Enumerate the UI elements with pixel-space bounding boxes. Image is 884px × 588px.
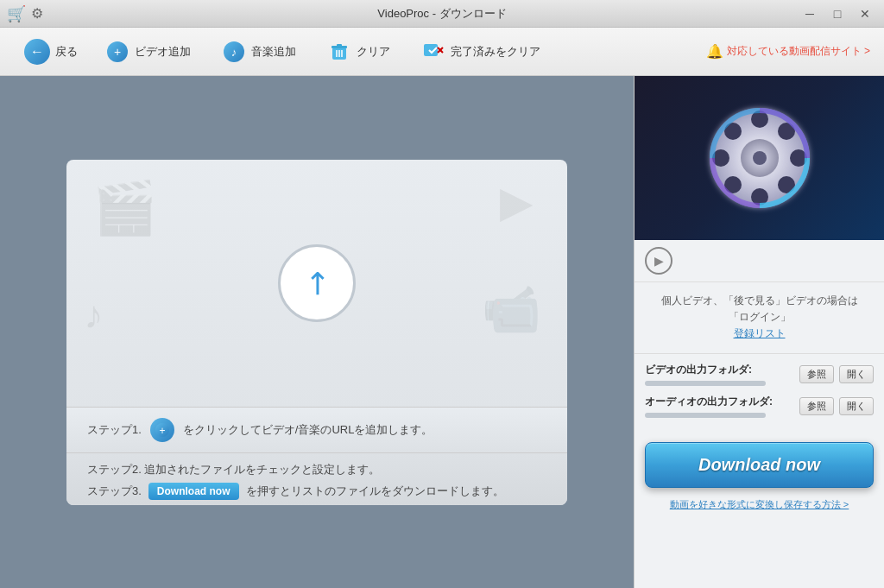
title-bar: 🛒 ⚙ VideoProc - ダウンロード ─ □ ✕ (0, 0, 884, 28)
step1-label: ステップ1. (87, 422, 142, 438)
settings-icon[interactable]: ⚙ (31, 5, 43, 22)
bell-icon: 🔔 (706, 43, 723, 60)
svg-point-25 (753, 151, 767, 165)
register-link[interactable]: 登録リスト (734, 327, 786, 339)
convert-link[interactable]: 動画を好きな形式に変換し保存する方法 > (635, 495, 884, 515)
right-panel: ▶ 個人ビデオ、「後で見る」ビデオの場合は 「ログイン」 登録リスト ビデオの出… (634, 76, 884, 588)
left-panel: 🎬 ▶ ♪ 📹 ↗ ステップ1. + (0, 76, 634, 588)
step1-text: をクリックしてビデオ/音楽のURLを追加します。 (183, 422, 433, 438)
step1-row: ステップ1. + をクリックしてビデオ/音楽のURLを追加します。 (66, 407, 567, 452)
video-browse-button[interactable]: 参照 (799, 365, 834, 383)
audio-open-button[interactable]: 開く (839, 397, 874, 415)
toolbar: ← 戻る + ビデオ追加 ♪ (0, 28, 884, 76)
watermark-play: ▶ (500, 177, 533, 227)
login-text2: 「ログイン」 (645, 309, 874, 326)
step1-add-icon[interactable]: + (150, 418, 174, 442)
trash-icon (327, 40, 351, 64)
back-icon: ← (24, 39, 50, 65)
add-video-icon: + (105, 40, 129, 64)
download-now-label: Download now (698, 455, 820, 474)
watermark-video: 📹 (482, 281, 541, 338)
step3-label: ステップ3. (87, 484, 142, 499)
upload-arrow-icon: ↗ (295, 261, 339, 305)
svg-rect-6 (337, 44, 342, 47)
window-title: VideoProc - ダウンロード (377, 6, 506, 22)
svg-rect-10 (424, 44, 438, 56)
clear-label: クリア (357, 44, 390, 60)
svg-text:♪: ♪ (231, 46, 237, 59)
drop-zone[interactable]: 🎬 ▶ ♪ 📹 ↗ (66, 160, 567, 407)
drop-circle-button[interactable]: ↗ (278, 244, 356, 322)
audio-folder-label: オーディオの出力フォルダ: (645, 395, 794, 409)
audio-browse-button[interactable]: 参照 (799, 397, 834, 415)
step2-desc: 追加されたファイルをチェックと設定します。 (144, 463, 380, 476)
login-text1: 個人ビデオ、「後で見る」ビデオの場合は (645, 293, 874, 309)
maximize-button[interactable]: □ (825, 4, 849, 23)
play-button[interactable]: ▶ (645, 247, 672, 275)
add-music-icon: ♪ (222, 40, 246, 64)
main-area: 🎬 ▶ ♪ 📹 ↗ ステップ1. + (0, 76, 884, 588)
clear-done-icon (421, 40, 445, 64)
back-button[interactable]: ← 戻る (14, 35, 88, 68)
video-folder-bar (645, 381, 766, 386)
svg-text:+: + (114, 45, 121, 59)
clear-button[interactable]: クリア (313, 35, 404, 69)
play-button-area: ▶ (635, 240, 884, 282)
notification-text: 対応している動画配信サイト > (727, 44, 870, 59)
film-reel-graphic (704, 102, 816, 214)
notification-link[interactable]: 🔔 対応している動画配信サイト > (706, 43, 870, 60)
download-now-button[interactable]: Download now (645, 442, 874, 488)
download-now-small-button[interactable]: Download now (148, 483, 239, 500)
watermark-film: 🎬 (92, 177, 157, 238)
watermark-music: ♪ (84, 293, 104, 338)
video-folder-row: ビデオの出力フォルダ: 参照 開く (645, 363, 874, 386)
add-video-label: ビデオ追加 (135, 44, 191, 60)
svg-text:+: + (159, 424, 165, 436)
drop-area: 🎬 ▶ ♪ 📹 ↗ ステップ1. + (66, 160, 567, 505)
video-open-button[interactable]: 開く (839, 365, 874, 383)
step2-text: ステップ2. 追加されたファイルをチェックと設定します。 (87, 462, 546, 477)
step2-label: ステップ2. (87, 463, 142, 476)
clear-done-button[interactable]: 完了済みをクリア (407, 35, 554, 69)
window-controls: ─ □ ✕ (798, 4, 877, 23)
minimize-button[interactable]: ─ (798, 4, 822, 23)
video-preview (635, 76, 884, 240)
step3-row: ステップ3. Download now を押すとリストのファイルをダウンロードし… (87, 483, 546, 500)
back-label: 戻る (55, 44, 78, 60)
close-button[interactable]: ✕ (853, 4, 877, 23)
cart-icon[interactable]: 🛒 (7, 4, 26, 23)
add-music-button[interactable]: ♪ 音楽追加 (208, 35, 310, 69)
login-section: 個人ビデオ、「後で見る」ビデオの場合は 「ログイン」 登録リスト (635, 282, 884, 354)
add-music-label: 音楽追加 (251, 44, 296, 60)
audio-folder-row: オーディオの出力フォルダ: 参照 開く (645, 395, 874, 418)
folder-section: ビデオの出力フォルダ: 参照 開く オーディオの出力フォルダ: 参照 開く (635, 354, 884, 435)
audio-folder-bar (645, 413, 766, 418)
video-folder-label: ビデオの出力フォルダ: (645, 363, 794, 377)
clear-done-label: 完了済みをクリア (451, 44, 540, 60)
step3-text: を押すとリストのファイルをダウンロードします。 (246, 484, 504, 499)
add-video-button[interactable]: + ビデオ追加 (92, 35, 205, 69)
step2-area: ステップ2. 追加されたファイルをチェックと設定します。 ステップ3. Down… (66, 452, 567, 505)
